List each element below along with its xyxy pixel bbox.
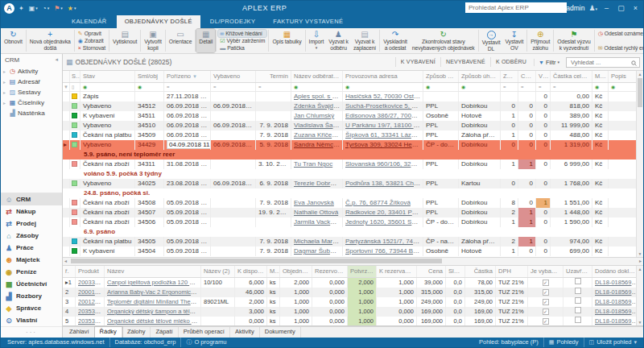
check-select-button[interactable]: ☑Výběr zatržením bbox=[218, 37, 266, 44]
customer-link[interactable]: Eva Janovská bbox=[294, 199, 334, 206]
unchecked-checkbox[interactable] bbox=[575, 307, 581, 313]
quick-email-button[interactable]: ✉Odeslat rychlý email bbox=[597, 44, 643, 52]
sidebar-item-n-kup[interactable]: ⇄Nákup bbox=[1, 205, 62, 218]
detail-tab-z-pat[interactable]: Zápatí bbox=[151, 327, 178, 338]
user-name[interactable]: admin bbox=[566, 4, 584, 12]
customer-link[interactable]: Zuzana Křičenská bbox=[294, 131, 343, 139]
request-pickup-button[interactable]: ♟Vyzvat kodběru bbox=[326, 29, 351, 52]
sidebar-item-prodej[interactable]: ⇄Prodej bbox=[1, 218, 62, 230]
detail-row[interactable]: ▸12003331Canpol igelitová podložka 120 x… bbox=[63, 278, 636, 288]
order-row[interactable]: Čekání na platbu3450505.09.2018 22:257. … bbox=[63, 237, 636, 246]
address-link[interactable]: Tyršova 309, 33024 Heřmanova huť bbox=[345, 141, 423, 148]
tab-kalend[interactable]: KALENDÁŘ bbox=[64, 15, 115, 28]
product-link[interactable]: Organický dětský šampon a tělové mýdlo 2… bbox=[107, 308, 201, 315]
send-pickup-call-button[interactable]: ⚑Odeslat výzvuk vyzvednutí bbox=[555, 29, 592, 52]
product-link[interactable]: 2035303 bbox=[78, 308, 101, 315]
product-link[interactable]: Arianna Baby-Vac 2 Ergonomic Odsávačka h… bbox=[107, 288, 201, 296]
filter-cell-nazev[interactable]: ◉ bbox=[291, 83, 343, 91]
grid-search-input[interactable] bbox=[569, 58, 630, 67]
customer-link[interactable]: Tu Tran Ngoc bbox=[294, 160, 332, 168]
detail-row[interactable]: 22000104Arianna Baby-Vac 2 Ergonomic Ods… bbox=[63, 288, 636, 297]
history-button[interactable]: ◔▾ bbox=[43, 5, 49, 12]
scroll-down-icon[interactable]: ▼ bbox=[637, 319, 643, 325]
k-odb-ru-button[interactable]: K ODBĚRU bbox=[490, 57, 531, 67]
refresh-button[interactable]: ↻Obnovit bbox=[2, 29, 25, 52]
detail-vertical-scrollbar[interactable]: ▲ ▼ bbox=[636, 266, 643, 325]
address-link[interactable]: Podhůra 138, 53821 Chrudim bbox=[345, 180, 423, 187]
close-button[interactable]: × bbox=[630, 1, 641, 15]
sidebar-tree-item-n-st-nka[interactable]: ▟Nástěnka bbox=[1, 108, 62, 118]
sidebar-item-crm[interactable]: ☺CRM bbox=[1, 193, 62, 205]
filter-cell-sml[interactable]: ◉ bbox=[135, 83, 164, 91]
unchecked-checkbox[interactable] bbox=[575, 278, 581, 284]
product-link[interactable]: 2001223 bbox=[78, 298, 101, 305]
scroll-left-icon[interactable]: ◂ bbox=[64, 258, 67, 264]
favorites-button[interactable]: ★▾ bbox=[68, 5, 76, 12]
sidebar-item-spr-vce[interactable]: ◆Správce bbox=[1, 302, 62, 314]
filter-cell-ind[interactable]: ▼ bbox=[63, 83, 70, 91]
product-link[interactable]: 2003331 bbox=[78, 279, 101, 286]
address-link[interactable]: Č.p. 76, 68774 Žítková bbox=[345, 199, 411, 206]
filter-cell-vybaveno[interactable]: = bbox=[211, 83, 256, 91]
order-row[interactable]: Čekání na zboží3450605.09.2018 23:27Jarm… bbox=[63, 218, 636, 227]
orientation-button[interactable]: ▭Orientace bbox=[167, 29, 195, 52]
scroll-up-icon[interactable]: ▲ bbox=[637, 266, 643, 272]
scroll-right-icon[interactable]: ▸ bbox=[639, 258, 642, 264]
address-link[interactable]: Suchá-Prosetkovice 5, 58833 Sto... bbox=[345, 102, 423, 110]
cross-search-button[interactable]: ∞Křížové hledání bbox=[218, 30, 266, 37]
customer-link[interactable]: Terezie Dobrovolná bbox=[294, 180, 343, 187]
product-link[interactable]: Teploměr digitální Miniland Thermoflexi bbox=[107, 298, 201, 305]
detail-tab-pr-b-h-operac[interactable]: Průběh operací bbox=[179, 327, 230, 338]
customer-link[interactable]: Zdenka Švajdová bbox=[294, 102, 343, 110]
filter-cell-zbyva[interactable]: = bbox=[501, 83, 518, 91]
order-row[interactable]: Vybaveno3451206.09.2018 09:2506.09.2018 … bbox=[63, 102, 636, 111]
scroll-down-icon[interactable]: ▼ bbox=[637, 251, 643, 257]
product-link[interactable]: Organické dětské tělové mléko 150 ml Bea… bbox=[107, 317, 201, 325]
order-row[interactable]: K vybavení3451106.09.2018 08:14Jan Chlum… bbox=[63, 111, 636, 121]
order-row[interactable]: Vybaveno3451006.09.2018 08:1006.09.2018 … bbox=[63, 121, 636, 130]
show-button[interactable]: ◉Zobrazit bbox=[76, 37, 107, 44]
delivery-doc-link[interactable]: DL18-01856968 bbox=[595, 308, 636, 315]
filter-cell-popis[interactable]: ◉ bbox=[609, 83, 639, 91]
scrollbar-thumb[interactable] bbox=[638, 78, 642, 107]
product-link[interactable]: 2035304 bbox=[78, 317, 101, 325]
address-link[interactable]: Šípková 61, 33341 Lázně Bohdaneč bbox=[345, 131, 423, 139]
order-row[interactable]: K vybavení3450405.09.2018 22:257. 9. 201… bbox=[63, 246, 636, 256]
request-payment-button[interactable]: ▤Vyzvat kzaplacení bbox=[351, 29, 378, 52]
unchecked-checkbox[interactable] bbox=[575, 297, 581, 304]
nevybaven-button[interactable]: NEVYBAVENÉ bbox=[440, 57, 490, 67]
footer-button[interactable]: ▬Patička bbox=[218, 44, 266, 52]
receive-deposit-button[interactable]: ⊕Přijmoutzálohu bbox=[528, 29, 552, 52]
order-row[interactable]: ▸Vybaveno3442904.09.2018 11:1406.09.2018… bbox=[63, 140, 636, 150]
ship-send-button[interactable]: ↷Vyskladnita odeslat bbox=[381, 29, 410, 52]
tools-button[interactable]: ✦ bbox=[19, 5, 24, 12]
filter-cell-icon[interactable]: ▯ bbox=[70, 83, 80, 91]
detail-tab-aktivity[interactable]: Aktivity bbox=[230, 327, 260, 338]
sidebar-tree-item-seln-ky[interactable]: ▸▦Číselníky bbox=[1, 97, 62, 108]
filter-cell-stav[interactable]: ◉ bbox=[80, 83, 135, 91]
filter-cell-uhrada[interactable]: ◉ bbox=[459, 83, 501, 91]
unchecked-checkbox[interactable] bbox=[575, 317, 581, 323]
customer-link[interactable]: Nathalie Ottová bbox=[294, 209, 338, 216]
delivery-doc-link[interactable]: DL18-01856968 bbox=[595, 279, 636, 286]
filter-cell-adresa[interactable]: ◉ bbox=[343, 83, 423, 91]
minimize-button[interactable]: – bbox=[601, 1, 612, 15]
filter-cell-chybi[interactable]: = bbox=[518, 83, 536, 91]
detail-tab-z-lohy[interactable]: Zálohy bbox=[122, 327, 151, 338]
tab-dl-prodejky[interactable]: DL/PRODEJKY bbox=[202, 15, 264, 28]
customer-link[interactable]: Jan Chlumský bbox=[294, 112, 334, 119]
address-link[interactable]: Partyzánská 1521/7, 74705 Opava bbox=[345, 238, 423, 245]
save-view-button[interactable]: ◫Uložit pohled▾ bbox=[584, 338, 642, 347]
sidebar-item-pen-ze[interactable]: ◉Peníze bbox=[1, 266, 62, 278]
tab-faktury-vystaven[interactable]: FAKTURY VYSTAVENÉ bbox=[265, 15, 351, 28]
order-row[interactable]: Čekání na platbu3450906.09.2018 06:257. … bbox=[63, 130, 636, 140]
sidebar-item-z-soby[interactable]: ⌂Zásoby bbox=[1, 230, 62, 242]
customer-link[interactable]: Dagmar Šubová bbox=[294, 247, 341, 255]
user-icon[interactable]: ♟▾ bbox=[588, 4, 597, 12]
sidebar-tree-item-adres[interactable]: ▸▤Adresář bbox=[1, 77, 62, 87]
sidebar-more[interactable]: ··· bbox=[1, 326, 62, 338]
product-link[interactable]: 2000104 bbox=[78, 288, 101, 296]
detail-tab-dokumenty[interactable]: Dokumenty bbox=[260, 327, 301, 338]
address-link[interactable]: Jednoty 1620, 35601 Sokolov bbox=[345, 218, 423, 226]
detail-tab-dky[interactable]: Řádky bbox=[95, 327, 122, 338]
